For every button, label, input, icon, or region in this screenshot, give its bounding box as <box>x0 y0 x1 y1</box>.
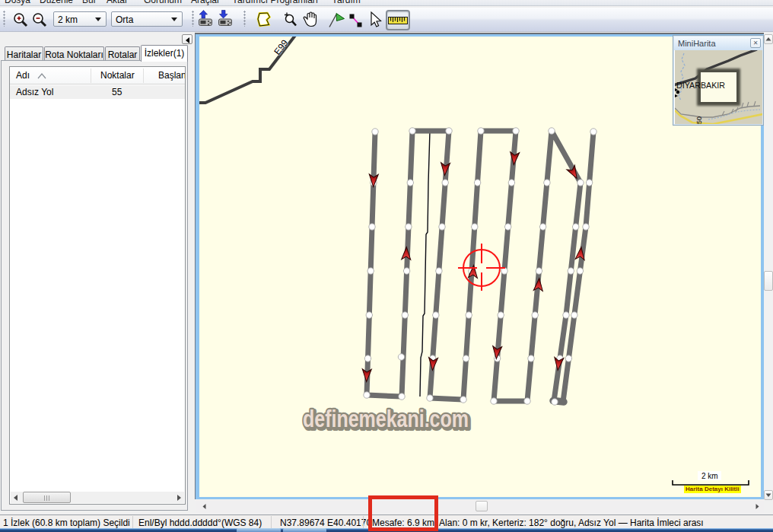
svg-text:DIYARBAKIR: DIYARBAKIR <box>676 81 725 90</box>
svg-text:E99: E99 <box>272 37 290 57</box>
svg-text:50: 50 <box>695 116 703 124</box>
svg-text:definemekani.com: definemekani.com <box>303 406 469 432</box>
svg-text:2 km: 2 km <box>701 472 718 480</box>
